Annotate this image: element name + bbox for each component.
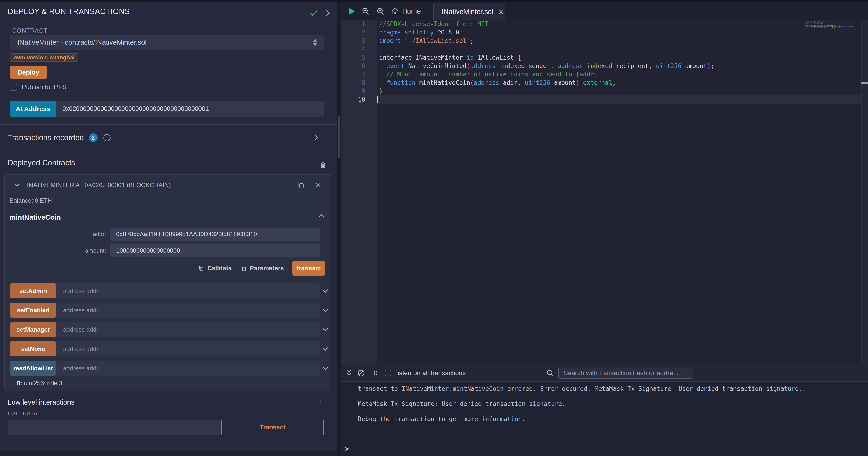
home-icon <box>391 7 399 16</box>
terminal-log-line: Debug the transaction to get more inform… <box>358 415 525 423</box>
terminal-search-input[interactable] <box>558 368 693 379</box>
publish-ipfs-checkbox[interactable] <box>10 84 17 91</box>
low-level-title: Low level interactions <box>8 398 74 406</box>
expand-terminal-double-chevron-icon[interactable] <box>344 369 353 377</box>
panel-header-icons <box>309 8 332 18</box>
copy-calldata-action[interactable]: Calldata <box>198 265 232 272</box>
expand-transactions-chevron-icon[interactable] <box>312 134 320 142</box>
function-button-readallowlist[interactable]: readAllowList <box>10 361 56 376</box>
listen-all-transactions-label: listen on all transactions <box>396 369 466 377</box>
function-input-setenabled[interactable] <box>56 303 320 318</box>
expand-function-chevron-icon[interactable] <box>321 287 329 294</box>
addr-field-label: addr: <box>5 231 110 237</box>
tab-home-label: Home <box>402 7 421 15</box>
transact-button[interactable]: transact <box>292 261 325 276</box>
listen-all-transactions-checkbox[interactable] <box>385 370 391 376</box>
terminal-toolbar: 0 listen on all transactions <box>341 365 868 382</box>
function-row-setadmin: setAdmin <box>10 283 320 298</box>
function-input-readallowlist[interactable] <box>56 361 320 376</box>
function-input-setadmin[interactable] <box>56 283 320 298</box>
function-button-setnone[interactable]: setNone <box>10 341 56 356</box>
function-row-setmanager: setManager <box>10 322 320 337</box>
terminal: 0 listen on all transactions transact to… <box>341 364 868 456</box>
select-spinner-icon <box>313 39 317 46</box>
at-address-button[interactable]: At Address <box>10 101 56 117</box>
function-row-setnone: setNone <box>10 341 320 356</box>
tab-inativeminter-sol[interactable]: INativeMinter.sol <box>433 3 505 20</box>
clear-deployed-contracts-trash-icon[interactable] <box>319 160 327 169</box>
info-circle-icon <box>103 134 111 142</box>
minimap[interactable]: //SPDX-License-Identifier: MITpragma sol… <box>805 21 854 30</box>
amount-field-label: amount: <box>5 247 110 254</box>
expand-function-chevron-icon[interactable] <box>321 326 329 333</box>
open-function-name: mintNativeCoin <box>9 213 61 221</box>
line-number: 5 <box>341 53 377 62</box>
function-input-setmanager[interactable] <box>56 322 320 337</box>
line-number: 8 <box>341 79 377 87</box>
deployed-contracts-title: Deployed Contracts <box>8 159 75 167</box>
editor-scrollbar[interactable] <box>862 20 868 364</box>
line-number: 3 <box>341 36 377 45</box>
line-number: 7 <box>341 70 377 79</box>
deployed-contract-card: INATIVEMINTER AT 0X020...00001 (BLOCKCHA… <box>4 174 331 391</box>
copy-icon <box>240 265 247 272</box>
copy-parameters-action[interactable]: Parameters <box>240 265 284 272</box>
title-underline <box>8 19 184 19</box>
line-number-gutter: 12345678910 <box>341 20 377 364</box>
low-level-row: Transact <box>8 420 324 435</box>
line-number: 10 <box>341 95 377 104</box>
function-rows: setAdminsetEnabledsetManagersetNonereadA… <box>10 283 331 380</box>
contract-label: CONTRACT <box>12 27 48 34</box>
collapse-function-chevron-icon[interactable] <box>317 212 325 220</box>
deploy-run-panel: DEPLOY & RUN TRANSACTIONS CONTRACT INati… <box>0 2 337 456</box>
panel-scrollbar-handle[interactable] <box>338 116 340 159</box>
function-actions-row: Calldata Parameters transact <box>198 261 325 276</box>
editor-column: Home INativeMinter.sol 12345678910 //SPD… <box>341 2 868 456</box>
at-address-input[interactable] <box>56 101 324 117</box>
function-button-setmanager[interactable]: setManager <box>10 322 56 337</box>
compile-success-check-icon <box>309 8 318 18</box>
code-lines: //SPDX-License-Identifier: MITpragma sol… <box>379 20 714 104</box>
zoom-in-icon[interactable] <box>376 7 385 16</box>
function-button-setadmin[interactable]: setAdmin <box>10 283 56 298</box>
line-number: 1 <box>341 20 377 28</box>
close-tab-icon[interactable] <box>498 8 504 15</box>
tab-home[interactable]: Home <box>391 2 421 20</box>
expand-function-chevron-icon[interactable] <box>321 307 329 314</box>
amount-field-input[interactable] <box>110 244 320 257</box>
collapse-instance-chevron-icon[interactable] <box>13 181 21 189</box>
function-button-setenabled[interactable]: setEnabled <box>10 303 56 318</box>
editor-scrollbar-mark[interactable] <box>862 82 868 84</box>
addr-field-row: addr: <box>5 228 331 241</box>
low-level-calldata-input[interactable] <box>8 420 221 435</box>
contract-instance-header[interactable]: INATIVEMINTER AT 0X020...00001 (BLOCKCHA… <box>5 178 331 192</box>
copy-address-icon[interactable] <box>297 181 305 189</box>
amount-field-row: amount: <box>5 244 331 257</box>
clear-console-ban-icon[interactable] <box>357 369 365 377</box>
terminal-log-line: MetaMask Tx Signature: User denied trans… <box>358 400 565 407</box>
low-level-transact-button[interactable]: Transact <box>221 420 324 435</box>
instance-balance: Balance: 0 ETH <box>9 197 52 204</box>
terminal-log-line: transact to INativeMinter.mintNativeCoin… <box>358 385 806 392</box>
addr-field-input[interactable] <box>110 228 320 241</box>
remove-instance-close-icon[interactable] <box>315 181 322 189</box>
function-row-readallowlist: readAllowList <box>10 361 320 376</box>
line-number: 9 <box>341 87 377 95</box>
contract-select[interactable]: INativeMinter - contracts/INativeMinter.… <box>10 35 324 50</box>
deploy-button[interactable]: Deploy <box>10 66 47 79</box>
panel-scrollbar[interactable] <box>337 2 341 456</box>
expand-function-chevron-icon[interactable] <box>321 345 329 352</box>
function-input-setnone[interactable] <box>56 341 320 356</box>
run-script-play-icon[interactable] <box>347 6 356 16</box>
calldata-label: CALLDATA <box>8 410 37 417</box>
tab-file-label: INativeMinter.sol <box>442 8 493 16</box>
publish-ipfs-label: Publish to IPFS <box>22 83 67 91</box>
code-editor[interactable]: 12345678910 //SPDX-License-Identifier: M… <box>341 20 868 364</box>
transactions-recorded-section[interactable]: Transactions recorded 2 <box>0 124 337 151</box>
terminal-prompt[interactable]: > <box>345 445 349 453</box>
collapse-panel-chevron-icon[interactable] <box>323 9 332 17</box>
expand-function-chevron-icon[interactable] <box>321 365 329 372</box>
low-level-info-icon: i <box>319 396 321 405</box>
at-address-row: At Address <box>10 101 324 117</box>
zoom-out-icon[interactable] <box>362 7 370 16</box>
